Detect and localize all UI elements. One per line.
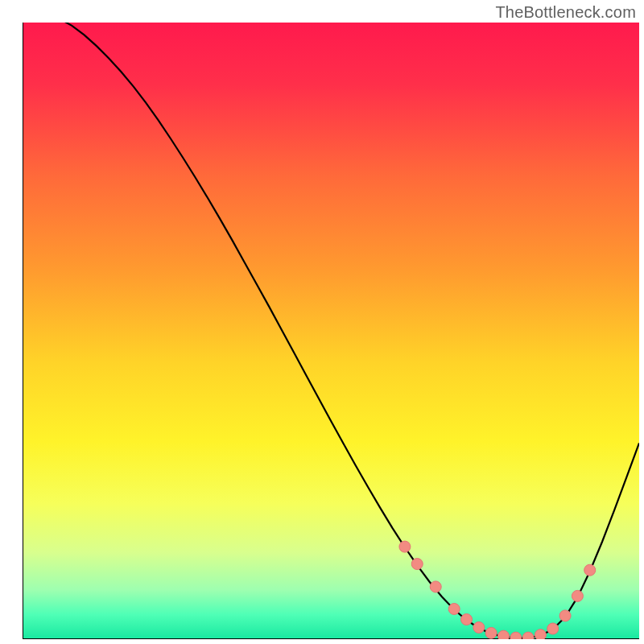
highlight-marker <box>584 564 596 576</box>
highlight-marker <box>430 581 441 592</box>
highlight-marker <box>572 590 583 601</box>
plot-area <box>23 23 639 639</box>
highlight-marker <box>473 621 485 633</box>
highlight-marker <box>535 630 546 639</box>
watermark-label: TheBottleneck.com <box>495 3 636 22</box>
chart-svg <box>23 23 639 639</box>
highlight-marker <box>399 541 411 552</box>
highlight-marker <box>485 627 497 638</box>
gradient-background <box>23 23 639 639</box>
highlight-marker <box>547 623 559 634</box>
highlight-marker <box>497 630 509 639</box>
highlight-marker <box>510 632 522 639</box>
highlight-marker <box>559 610 571 621</box>
highlight-marker <box>461 613 473 625</box>
chart-frame: TheBottleneck.com <box>0 0 644 644</box>
highlight-marker <box>522 632 534 639</box>
highlight-marker <box>448 603 460 614</box>
highlight-marker <box>411 559 423 570</box>
